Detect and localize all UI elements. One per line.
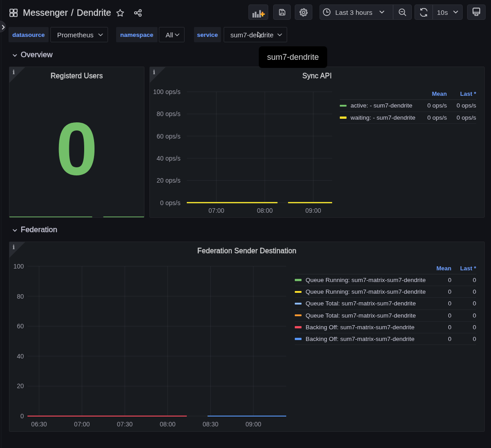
chevron-down-icon [13,54,17,57]
legend-series-swatch[interactable] [340,116,347,119]
legend-header-row: MeanLast * [340,88,476,100]
legend-series-label[interactable]: Backing Off: sum7-matrix-sum7-dendrite [306,324,431,331]
chevron-down-icon [453,10,458,14]
x-axis-tick-label: 08:00 [160,421,176,428]
legend-last-value: 0 [451,336,476,342]
legend-series-label[interactable]: Queue Running: sum7-matrix-sum7-dendrite [306,277,431,283]
legend-mean-value: 0 [431,324,451,331]
legend-series-swatch[interactable] [340,105,347,107]
kiosk-mode-button[interactable] [467,4,486,20]
gear-icon [299,8,308,17]
legend-mean-value: 0 [431,288,451,295]
breadcrumb-folder[interactable]: Messenger [23,8,68,18]
variable-label-service: service [194,27,221,42]
star-icon[interactable] [116,9,124,17]
variable-picker-service[interactable]: sum7-dendrite [224,27,287,42]
legend-last-value: 0 [451,277,476,283]
legend-last-value: 0 [451,324,476,331]
x-axis-tick-label: 07:00 [208,207,224,214]
legend-last-value: 0 ops/s [447,102,476,109]
time-range-label: Last 3 hours [335,9,373,16]
y-axis-tick-label: 20 [17,382,24,390]
legend-row: waiting: - sum7-dendrite0 ops/s0 ops/s [340,112,476,124]
legend-row: Backing Off: sum7-matrix-sum7-dendrite00 [295,322,476,333]
legend-series-swatch[interactable] [295,279,302,281]
legend-series-label[interactable]: Queue Total: sum7-matrix-sum7-dendrite [306,312,431,319]
y-axis-tick-label: 100 ops/s [153,88,180,95]
share-icon[interactable] [134,9,142,17]
legend-series-swatch[interactable] [295,303,302,305]
legend-series-label[interactable]: Queue Total: sum7-matrix-sum7-dendrite [306,300,431,307]
legend-row: Queue Running: sum7-matrix-sum7-dendrite… [295,274,476,286]
x-axis-tick-label: 06:30 [31,421,47,428]
legend-mean-value: 0 ops/s [421,114,447,121]
section-title-overview: Overview [21,50,53,59]
y-axis-tick-label: 60 [17,323,24,330]
x-axis-tick-label: 09:00 [246,421,261,428]
section-header-overview[interactable]: Overview [13,50,53,59]
legend-header-last[interactable]: Last * [447,90,476,97]
zoom-out-time-button[interactable] [393,5,411,19]
legend-row: Backing Off: sum7-matrix-sum7-dendrite00 [295,333,476,345]
legend-row: active: - sum7-dendrite0 ops/s0 ops/s [340,100,476,112]
legend-series-swatch[interactable] [295,338,302,340]
breadcrumb: Messenger / Dendrite [23,0,111,25]
chart-legend: MeanLast *active: - sum7-dendrite0 ops/s… [340,88,476,124]
y-axis-tick-label: 100 [14,263,24,270]
variable-label-namespace: namespace [116,27,158,42]
refresh-button[interactable] [415,5,432,19]
variable-picker-datasource[interactable]: Prometheus [50,27,108,42]
legend-series-swatch[interactable] [295,314,302,317]
chart-legend: MeanLast *Queue Running: sum7-matrix-sum… [295,263,476,345]
y-axis-tick-label: 0 ops/s [160,199,180,206]
variable-value-service: sum7-dendrite [230,31,274,39]
refresh-icon [419,8,428,17]
chevron-down-icon [13,229,17,232]
variable-value-namespace: All [166,31,173,39]
y-axis-tick-label: 80 [17,293,24,300]
legend-row: Queue Total: sum7-matrix-sum7-dendrite00 [295,298,476,309]
section-header-federation[interactable]: Federation [13,225,57,234]
legend-header-mean[interactable]: Mean [431,265,451,272]
stat-sparkline [9,67,144,217]
legend-series-swatch[interactable] [295,291,302,293]
y-axis-tick-label: 40 ops/s [157,155,180,162]
time-range-picker[interactable]: Last 3 hours [320,5,384,19]
chevron-down-icon [379,10,384,14]
legend-series-label[interactable]: Backing Off: sum7-matrix-sum7-dendrite [306,336,431,342]
legend-header-last[interactable]: Last * [451,265,476,272]
refresh-group: 10s [414,4,463,20]
chevron-down-icon [175,33,180,36]
legend-mean-value: 0 [431,300,451,307]
legend-header-mean[interactable]: Mean [421,90,447,97]
y-axis-tick-label: 80 ops/s [157,110,180,117]
refresh-interval-picker[interactable]: 10s [433,5,463,19]
legend-row: Queue Total: sum7-matrix-sum7-dendrite00 [295,310,476,322]
search-minus-icon [398,8,407,17]
breadcrumb-separator: / [71,8,74,18]
save-dashboard-button[interactable] [273,4,291,20]
legend-series-label[interactable]: Queue Running: sum7-matrix-sum7-dendrite [306,288,431,295]
add-panel-button[interactable] [248,4,268,20]
refresh-interval-label: 10s [437,9,448,16]
y-axis-tick-label: 20 ops/s [157,177,180,184]
bar-chart-plus-icon [252,10,265,18]
variable-picker-namespace[interactable]: All [159,27,185,42]
legend-last-value: 0 ops/s [447,114,476,121]
apps-menu-icon[interactable] [9,9,18,17]
breadcrumb-dashboard[interactable]: Dendrite [77,8,111,18]
x-axis-tick-label: 07:30 [117,421,133,428]
legend-mean-value: 0 ops/s [421,102,447,109]
legend-mean-value: 0 [431,277,451,283]
legend-series-swatch[interactable] [295,326,302,328]
legend-mean-value: 0 [431,336,451,342]
y-axis-tick-label: 0 [20,412,24,420]
x-axis-tick-label: 09:00 [306,207,321,214]
page-header: Messenger / Dendrite [0,0,491,25]
legend-series-label[interactable]: active: - sum7-dendrite [351,102,421,109]
panel-registered-users: i Registerd Users 0 [9,67,144,218]
y-axis-tick-label: 40 [17,353,24,360]
dashboard-settings-button[interactable] [295,4,312,20]
clock-icon [323,8,331,16]
legend-series-label[interactable]: waiting: - sum7-dendrite [351,114,421,121]
